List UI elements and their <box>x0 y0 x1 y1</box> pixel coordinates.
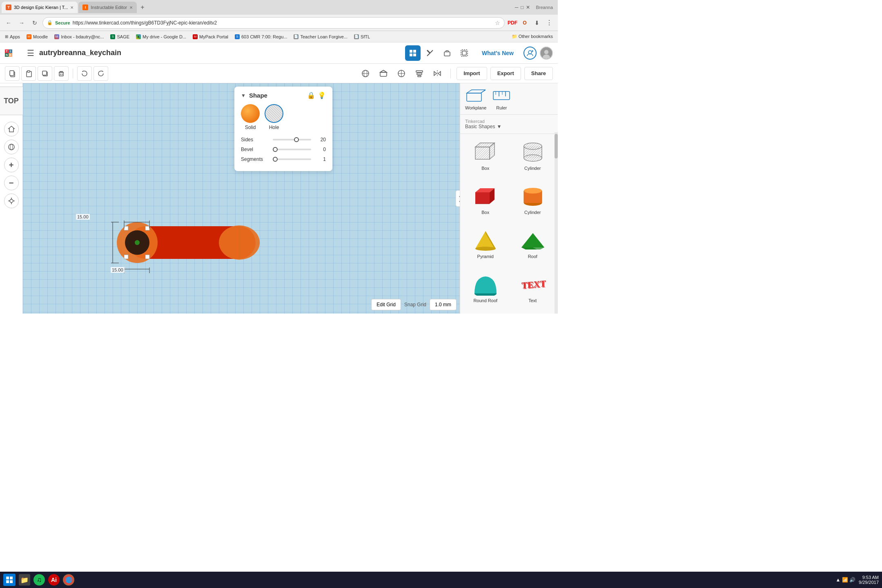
shape-text-red[interactable]: TEXT TEXT Text <box>511 270 555 310</box>
bookmark-teacher-loan[interactable]: 📄 Teacher Loan Forgive... <box>292 33 349 40</box>
bookmark-sitl[interactable]: 📄 SfTL <box>352 33 372 40</box>
bulb-icon[interactable]: 💡 <box>318 91 326 99</box>
bookmark-drive[interactable]: ▲ My drive - Google D... <box>134 33 188 40</box>
hole-type-button[interactable]: Hole <box>265 104 283 130</box>
pdf-extension-icon[interactable]: PDF <box>507 18 518 28</box>
reload-button[interactable]: ↻ <box>29 18 40 28</box>
shape-pyramid-yellow[interactable]: Pyramid <box>463 225 508 266</box>
solid-type-button[interactable]: Solid <box>241 104 260 130</box>
bookmark-apps[interactable]: ⊞ Apps <box>3 33 22 40</box>
cmr-icon: S <box>235 34 240 39</box>
tab-active[interactable]: T 3D design Epic Kieran | T... ✕ <box>2 2 78 13</box>
folder-icon: 📁 <box>512 34 517 39</box>
paste-button[interactable] <box>21 66 36 81</box>
right-panel-collapse-arrow[interactable]: ❯ <box>456 190 460 207</box>
browser-maximize[interactable]: □ <box>521 4 523 10</box>
toolbar-divider <box>73 69 73 78</box>
dropdown-arrow-icon: ▼ <box>497 124 501 129</box>
user-avatar[interactable] <box>540 47 553 60</box>
bookmark-sage[interactable]: S SAGE <box>109 33 131 40</box>
canvas-objects[interactable]: 15.00 15.00 <box>96 206 272 281</box>
bookmark-603cmr[interactable]: S 603 CMR 7:00: Regu... <box>233 33 289 40</box>
new-tab-button[interactable]: + <box>138 2 147 12</box>
canvas-area[interactable]: 15.00 15.00 ▼ Shape 🔒 💡 Solid <box>23 83 460 314</box>
add-person-button[interactable] <box>523 47 537 60</box>
bevel-value: 0 <box>314 147 326 152</box>
shapes-dropdown[interactable]: Basic Shapes ▼ <box>465 124 501 129</box>
tab-close-2[interactable]: ✕ <box>129 5 133 10</box>
zoom-in-button[interactable]: + <box>4 158 19 172</box>
download-extension-icon[interactable]: ⬇ <box>532 18 542 28</box>
shape-cylinder-orange[interactable]: Cylinder <box>511 181 555 222</box>
forward-button[interactable]: → <box>16 18 27 28</box>
hamburger-menu-icon[interactable]: ☰ <box>27 48 34 58</box>
lock-icon[interactable]: 🔒 <box>307 91 315 99</box>
shape-cylinder-gray[interactable]: Cylinder <box>511 137 555 178</box>
sphere-tool-button[interactable] <box>358 66 373 81</box>
user-actions <box>523 47 553 60</box>
home-view-button[interactable] <box>4 122 19 136</box>
snap-grid-value-button[interactable]: 1.0 mm <box>430 299 457 310</box>
pickaxe-button[interactable] <box>422 45 438 61</box>
import-button[interactable]: Import <box>457 67 487 80</box>
ruler-button[interactable]: Ruler <box>491 87 512 110</box>
sides-slider[interactable] <box>273 139 311 140</box>
briefcase-button[interactable] <box>439 45 455 61</box>
cylinder-gray-svg <box>519 141 546 163</box>
segments-slider[interactable] <box>273 158 311 160</box>
cylinder-orange-svg <box>519 185 546 207</box>
delete-button[interactable] <box>54 66 69 81</box>
browser-minimize[interactable]: ─ <box>515 4 519 10</box>
back-button[interactable]: ← <box>3 18 14 28</box>
bookmark-moodle-label: Moodle <box>33 34 48 39</box>
undo-button[interactable] <box>77 66 92 81</box>
other-bookmarks-folder[interactable]: 📁 Other bookmarks <box>510 33 555 40</box>
browser-close[interactable]: ✕ <box>526 4 530 10</box>
pyramid-yellow-svg <box>472 229 499 252</box>
tab-close-1[interactable]: ✕ <box>70 5 74 10</box>
shape-box-gray[interactable]: Box <box>463 137 508 178</box>
office-extension-icon[interactable]: O <box>519 18 530 28</box>
svg-rect-0 <box>410 50 412 53</box>
group-button[interactable] <box>457 45 472 61</box>
grid-view-button[interactable] <box>405 45 421 61</box>
tab-inactive[interactable]: I Instructable Editor ✕ <box>78 2 137 13</box>
bookmark-gmail[interactable]: M Inbox - bdautry@nc... <box>53 33 105 40</box>
fit-view-button[interactable] <box>4 194 19 208</box>
orbit-button[interactable] <box>4 140 19 154</box>
zoom-out-button[interactable]: − <box>4 176 19 190</box>
mirror-tool-button[interactable] <box>430 66 445 81</box>
solid-circle <box>241 104 260 123</box>
view-label[interactable]: TOP <box>0 87 26 115</box>
copy-button[interactable] <box>5 66 20 81</box>
redo-button[interactable] <box>94 66 108 81</box>
shape-tool-icon <box>379 69 388 78</box>
round-roof-teal-svg <box>472 273 499 296</box>
whats-new-button[interactable]: What's New <box>477 47 519 59</box>
bookmark-gmail-label: Inbox - bdautry@nc... <box>61 34 104 39</box>
bookmark-mypack[interactable]: M MyPack Portal <box>191 33 230 40</box>
shape-tool-button[interactable] <box>376 66 391 81</box>
align-tool-button[interactable] <box>412 66 427 81</box>
address-bar[interactable]: 🔒 Secure https://www.tinkercad.com/thing… <box>42 17 505 29</box>
workplane-button[interactable]: Workplane <box>465 87 486 110</box>
share-button[interactable]: Share <box>524 67 553 80</box>
chrome-menu-icon[interactable]: ⋮ <box>544 18 555 28</box>
duplicate-button[interactable] <box>38 66 52 81</box>
gmail-icon: M <box>54 34 59 39</box>
circle-tool-button[interactable] <box>394 66 409 81</box>
project-name[interactable]: autrybreanna_keychain <box>39 49 400 57</box>
export-button[interactable]: Export <box>490 67 521 80</box>
shape-box-red[interactable]: Box <box>463 181 508 222</box>
shape-panel-collapse-button[interactable]: ▼ <box>241 93 246 98</box>
bookmark-moodle[interactable]: M Moodle <box>25 33 49 40</box>
bookmark-star-icon[interactable]: ☆ <box>495 20 500 26</box>
shape-roof-green[interactable]: Roof <box>511 225 555 266</box>
edit-grid-button[interactable]: Edit Grid <box>371 299 401 310</box>
other-bookmarks-label: Other bookmarks <box>519 34 553 39</box>
scrollbar-thumb[interactable] <box>555 134 558 158</box>
tinkercad-logo[interactable]: T I N K <box>5 49 20 57</box>
shape-round-roof-teal[interactable]: Round Roof <box>463 270 508 310</box>
teacher-loan-icon: 📄 <box>294 34 298 39</box>
bevel-slider[interactable] <box>273 149 311 150</box>
